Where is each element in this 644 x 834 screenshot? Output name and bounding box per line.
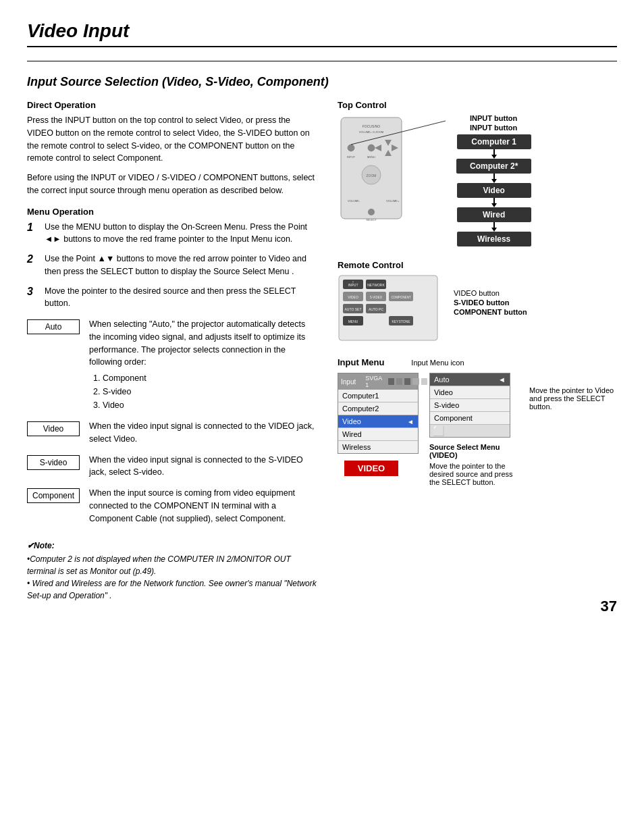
right-column: Top Control FOCUS/NO VOLUME+ D.ZOOM I <box>338 100 617 602</box>
page-container: Video Input Input Source Selection (Vide… <box>0 0 644 629</box>
page-title: Video Input <box>27 20 617 47</box>
option-svideo-label: S-video <box>27 455 80 470</box>
remote-annotations: VIDEO button S-VIDEO button COMPONENT bu… <box>454 274 527 316</box>
auto-list-item-2: S-video <box>103 385 317 398</box>
step-2: 2 Use the Point ▲▼ buttons to move the r… <box>27 253 317 278</box>
input-menu-box: Input SVGA 1 <box>338 373 419 454</box>
flow-wired: Wired <box>457 207 531 222</box>
svg-line-17 <box>351 121 446 145</box>
video-banner: VIDEO <box>344 461 398 476</box>
svideo-button-label: S-VIDEO button <box>454 298 527 307</box>
note-bullet-2: • Wired and Wireless are for the Network… <box>27 577 317 602</box>
remote-control-section: Remote Control INPUT R NETWORK <box>338 260 617 344</box>
input-flow: Computer 1 Computer 2* Video <box>456 134 531 246</box>
source-select-annotation: Move the pointer to the desired source a… <box>429 462 518 486</box>
svg-text:NETWORK: NETWORK <box>367 283 385 287</box>
note-bullet-1: •Computer 2 is not displayed when the CO… <box>27 553 317 577</box>
title-divider <box>27 61 617 61</box>
remote-illustration: INPUT R NETWORK VIDEO S-VIDEO COMPONENT <box>338 274 439 344</box>
svg-text:AUTO PC: AUTO PC <box>369 307 384 311</box>
menu-icon-4 <box>404 378 410 385</box>
step-2-text: Use the Point ▲▼ buttons to move the red… <box>45 253 317 278</box>
svg-text:KEYSTONE: KEYSTONE <box>392 319 410 323</box>
source-menu-footer: ⬜ <box>430 425 510 437</box>
menu-item-video: Video ◄ <box>338 415 418 428</box>
step-1-number: 1 <box>27 221 39 246</box>
input-menu-label: Input Menu <box>338 357 384 367</box>
menu-header-svga: SVGA 1 <box>365 375 385 388</box>
auto-list: Component S-video Video <box>103 371 317 412</box>
menu-icon-6 <box>421 378 427 385</box>
component-button-label: COMPONENT button <box>454 308 527 316</box>
flow-video: Video <box>457 183 531 198</box>
option-component-label: Component <box>27 488 80 503</box>
remote-wrapper: INPUT R NETWORK VIDEO S-VIDEO COMPONENT <box>338 274 617 344</box>
menu-icon-2 <box>388 378 394 385</box>
source-item-video: Video <box>430 386 510 399</box>
direct-operation-heading: Direct Operation <box>27 100 317 110</box>
menu-item-wired: Wired <box>338 428 418 441</box>
svg-text:MENU: MENU <box>348 319 358 323</box>
input-menu-section: Input Menu Input Menu icon Input <box>338 357 617 486</box>
input-menu-diagram: Input SVGA 1 <box>338 373 617 486</box>
page-number: 37 <box>601 598 617 615</box>
step-1-text: Use the MENU button to display the On-Sc… <box>45 221 317 246</box>
menu-flow: Input SVGA 1 <box>338 373 419 480</box>
top-control-illustration: FOCUS/NO VOLUME+ D.ZOOM INPUT MENU <box>338 114 405 222</box>
note-title: ✔Note: <box>27 541 317 550</box>
step-3-number: 3 <box>27 285 39 311</box>
step-2-number: 2 <box>27 253 39 278</box>
left-column: Direct Operation Press the INPUT button … <box>27 100 317 602</box>
step-3-text: Move the pointer to the desired source a… <box>45 285 317 311</box>
svg-text:VIDEO: VIDEO <box>348 295 358 299</box>
source-item-auto: Auto ◄ <box>430 373 510 386</box>
source-item-component: Component <box>430 412 510 425</box>
svg-text:S-VIDEO: S-VIDEO <box>370 296 383 299</box>
option-svideo: S-video When the video input signal is c… <box>27 454 317 479</box>
option-video: Video When the video input signal is con… <box>27 420 317 446</box>
svg-text:AUTO SET: AUTO SET <box>345 307 362 311</box>
flow-computer2: Computer 2* <box>456 159 531 174</box>
flow-connector-4 <box>491 222 497 232</box>
option-component-text: When the input source is coming from vid… <box>89 487 317 525</box>
auto-list-item-3: Video <box>103 398 317 412</box>
top-control-section: Top Control FOCUS/NO VOLUME+ D.ZOOM I <box>338 100 617 246</box>
menu-item-computer2: Computer2 <box>338 402 418 415</box>
input-button-annotation: INPUT button <box>470 114 531 122</box>
option-auto-text: When selecting "Auto," the projector aut… <box>89 318 317 412</box>
source-menu-icon: ⬜ <box>433 425 444 436</box>
direct-operation-text1: Press the INPUT button on the top contro… <box>27 114 317 165</box>
option-component: Component When the input source is comin… <box>27 487 317 525</box>
input-flow-area: INPUT button INPUT button Computer 1 Com… <box>456 114 531 246</box>
menu-icon-5 <box>412 378 419 385</box>
menu-header: Input SVGA 1 <box>338 373 418 390</box>
remote-control-label: Remote Control <box>338 260 617 270</box>
section-title: Input Source Selection (Video, S-Video, … <box>27 75 617 89</box>
flow-connector-1 <box>491 149 497 159</box>
video-button-label: VIDEO button <box>454 289 527 297</box>
flow-computer1: Computer 1 <box>457 134 531 149</box>
menu-icon-3 <box>396 378 402 385</box>
flow-line-4 <box>493 222 495 228</box>
option-auto: Auto When selecting "Auto," the projecto… <box>27 318 317 412</box>
top-control-label: Top Control <box>338 100 617 110</box>
note-section: ✔Note: •Computer 2 is not displayed when… <box>27 541 317 602</box>
menu-operation-heading: Menu Operation <box>27 207 317 217</box>
source-menu-area: Auto ◄ Video S-video Component ⬜ Source … <box>429 373 518 486</box>
input-button-annotation2: INPUT button <box>470 124 531 132</box>
step-3: 3 Move the pointer to the desired source… <box>27 285 317 311</box>
direct-operation-text2: Before using the INPUT or VIDEO / S-VIDE… <box>27 172 317 197</box>
flow-wireless: Wireless <box>457 232 531 246</box>
menu-icon-1 <box>356 378 363 385</box>
menu-icons: SVGA 1 <box>356 375 427 388</box>
flow-connector-2 <box>491 174 497 183</box>
menu-item-computer1: Computer1 <box>338 390 418 402</box>
option-svideo-text: When the video input signal is connected… <box>89 454 317 479</box>
menu-annotation: Move the pointer to Video and press the … <box>529 386 617 411</box>
flow-connector-3 <box>491 198 497 207</box>
menu-item-wireless: Wireless <box>338 441 418 453</box>
source-select-menu-label: Source Select Menu (VIDEO) <box>429 443 518 459</box>
flow-line-1 <box>493 149 495 155</box>
menu-header-left: Input <box>341 378 356 386</box>
menu-arrow: ◄ <box>407 418 414 425</box>
